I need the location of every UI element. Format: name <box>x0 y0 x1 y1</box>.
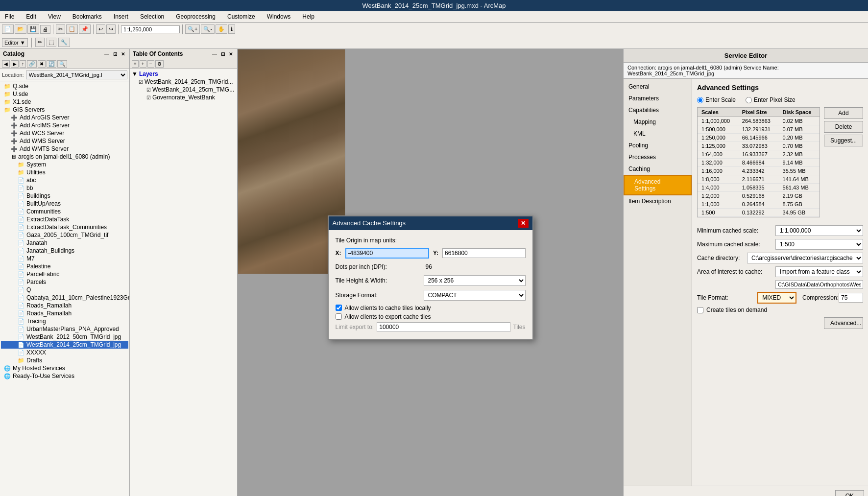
table-row-1[interactable]: 1:500,000132.2919310.07 MB <box>698 125 820 134</box>
storage-select[interactable]: COMPACT <box>424 290 526 301</box>
table-row-0[interactable]: 1:1,000,000264.5838630.02 MB <box>698 117 820 125</box>
edit-btn2[interactable]: ⬚ <box>47 38 56 47</box>
menu-customize[interactable]: Customize <box>224 12 258 21</box>
catalog-item-22[interactable]: 📄M7 <box>1 255 128 262</box>
radio-scale[interactable] <box>697 97 703 103</box>
zoom-out-btn[interactable]: 🔍- <box>201 24 215 34</box>
table-row-7[interactable]: 1:8,0002.116671141.64 MB <box>698 175 820 184</box>
radio-pixel-label[interactable]: Enter Pixel Size <box>746 96 796 103</box>
menu-help[interactable]: Help <box>299 12 317 21</box>
catalog-item-37[interactable]: 🌐Ready-To-Use Services <box>1 372 128 380</box>
catalog-item-28[interactable]: 📄Roads_Ramallah <box>1 302 128 309</box>
table-row-4[interactable]: 1:64,00016.9333672.32 MB <box>698 150 820 159</box>
advanced-settings-btn[interactable]: Advanced... <box>824 317 863 329</box>
pan-btn[interactable]: ✋ <box>216 24 227 34</box>
cache-dir-select[interactable]: C:\arcgisserver\directories\arcgiscache <box>747 253 863 263</box>
catalog-item-33[interactable]: 📄WestBank_2014_25cm_TMGrid_jpg <box>1 341 128 349</box>
catalog-item-11[interactable]: 📁Utilities <box>1 168 128 176</box>
cat-search[interactable]: 🔍 <box>57 60 67 68</box>
menu-view[interactable]: View <box>45 12 64 21</box>
tile-hw-select[interactable]: 256 x 256 <box>424 275 526 286</box>
catalog-item-6[interactable]: ➕Add WCS Server <box>1 129 128 137</box>
table-row-8[interactable]: 1:4,0001.058335561.43 MB <box>698 184 820 192</box>
menu-bookmarks[interactable]: Bookmarks <box>70 12 105 21</box>
scale-input[interactable] <box>121 25 180 33</box>
toc-float[interactable]: ⊡ <box>219 51 226 57</box>
se-nav-item-3[interactable]: Mapping <box>624 116 692 128</box>
x-input[interactable] <box>345 248 429 259</box>
print-btn[interactable]: 🖨 <box>40 25 50 34</box>
radio-scale-label[interactable]: Enter Scale <box>697 96 736 103</box>
se-nav-item-9[interactable]: Item Description <box>624 195 692 207</box>
catalog-item-17[interactable]: 📄ExtractDataTask <box>1 215 128 223</box>
se-nav-item-8[interactable]: Advanced Settings <box>624 175 692 195</box>
catalog-item-36[interactable]: 🌐My Hosted Services <box>1 364 128 372</box>
catalog-item-15[interactable]: 📄BuiltUpAreas <box>1 200 128 208</box>
table-row-6[interactable]: 1:16,0004.23334235.55 MB <box>698 167 820 175</box>
catalog-item-8[interactable]: ➕Add WMTS Server <box>1 145 128 153</box>
area-path-input[interactable] <box>775 280 863 289</box>
compression-input[interactable] <box>839 293 863 303</box>
catalog-item-31[interactable]: 📄UrbanMasterPlans_PNA_Approved <box>1 325 128 333</box>
catalog-item-23[interactable]: 📄Palestine <box>1 262 128 270</box>
open-btn[interactable]: 📂 <box>15 24 26 34</box>
editor-dropdown[interactable]: Editor ▼ <box>2 38 28 47</box>
location-select[interactable]: WestBank_2014_TMGrid_jpg.I <box>26 71 127 79</box>
table-row-9[interactable]: 1:2,0000.5291682.19 GB <box>698 192 820 200</box>
tile-format-select[interactable]: MIXED <box>757 292 796 304</box>
catalog-item-3[interactable]: 📁GIS Servers <box>1 106 128 114</box>
toc-options[interactable]: ⚙ <box>155 60 164 68</box>
table-row-11[interactable]: 1:5000.13229234.95 GB <box>698 209 820 217</box>
add-scale-btn[interactable]: Add <box>824 107 863 119</box>
allow-cache-checkbox[interactable] <box>336 305 342 311</box>
cat-up[interactable]: ↑ <box>20 60 26 68</box>
catalog-item-20[interactable]: 📄Janatah <box>1 239 128 247</box>
radio-pixel[interactable] <box>746 97 752 103</box>
cut-btn[interactable]: ✂ <box>56 24 65 34</box>
catalog-item-24[interactable]: 📄ParcelFabric <box>1 270 128 278</box>
catalog-item-35[interactable]: 📁Drafts <box>1 356 128 364</box>
toc-layers-header[interactable]: ▼ Layers <box>131 70 236 78</box>
limit-input[interactable] <box>377 322 510 332</box>
min-scale-select[interactable]: 1:1,000,000 <box>775 225 863 236</box>
catalog-item-10[interactable]: 📁System <box>1 161 128 168</box>
menu-windows[interactable]: Windows <box>264 12 294 21</box>
catalog-item-12[interactable]: 📄abc <box>1 176 128 184</box>
catalog-item-29[interactable]: 📄Roads_Ramallah <box>1 309 128 317</box>
catalog-item-7[interactable]: ➕Add WMS Server <box>1 137 128 145</box>
toc-item-1[interactable]: ☑WestBank_2014_25cm_TMG... <box>131 86 236 94</box>
catalog-item-5[interactable]: ➕Add ArcIMS Server <box>1 121 128 129</box>
toc-item-2[interactable]: ☑Governorate_WestBank <box>131 94 236 101</box>
menu-selection[interactable]: Selection <box>137 12 167 21</box>
save-btn[interactable]: 💾 <box>27 24 39 34</box>
se-nav-item-2[interactable]: Capabilities <box>624 104 692 116</box>
catalog-item-19[interactable]: 📄Gaza_2005_100cm_TMGrid_tif <box>1 231 128 239</box>
undo-btn[interactable]: ↩ <box>96 24 105 34</box>
catalog-item-2[interactable]: 📁X1.sde <box>1 98 128 106</box>
catalog-item-9[interactable]: 🖥arcgis on jamal-dell1_6080 (admin) <box>1 153 128 161</box>
menu-insert[interactable]: Insert <box>111 12 131 21</box>
menu-edit[interactable]: Edit <box>23 12 39 21</box>
catalog-item-13[interactable]: 📄bb <box>1 184 128 192</box>
edit-btn1[interactable]: ✏ <box>35 38 45 47</box>
se-nav-item-6[interactable]: Processes <box>624 151 692 163</box>
se-nav-item-0[interactable]: General <box>624 81 692 93</box>
se-nav-item-4[interactable]: KML <box>624 128 692 140</box>
toc-minimize[interactable]: — <box>211 51 218 57</box>
table-row-2[interactable]: 1:250,00066.1459660.20 MB <box>698 134 820 142</box>
toc-add-layer[interactable]: + <box>140 60 146 68</box>
catalog-item-1[interactable]: 📁U.sde <box>1 90 128 98</box>
max-scale-select[interactable]: 1:500 <box>775 239 863 250</box>
new-btn[interactable]: 📄 <box>2 24 14 34</box>
catalog-item-25[interactable]: 📄Parcels <box>1 278 128 286</box>
cat-connect[interactable]: 🔗 <box>27 60 37 68</box>
catalog-item-27[interactable]: 📄Qabatya_2011_10cm_Palestine1923Gri... <box>1 294 128 302</box>
catalog-item-32[interactable]: 📄WestBank_2012_50cm_TMGrid_jpg <box>1 333 128 341</box>
toc-close[interactable]: ✕ <box>227 51 234 57</box>
catalog-item-30[interactable]: 📄Tracing <box>1 317 128 325</box>
cat-disconnect[interactable]: ✖ <box>38 60 46 68</box>
suggest-btn[interactable]: Suggest... <box>824 135 863 146</box>
table-row-5[interactable]: 1:32,0008.4666849.14 MB <box>698 159 820 167</box>
catalog-close[interactable]: ✕ <box>120 51 126 57</box>
redo-btn[interactable]: ↪ <box>106 24 116 34</box>
